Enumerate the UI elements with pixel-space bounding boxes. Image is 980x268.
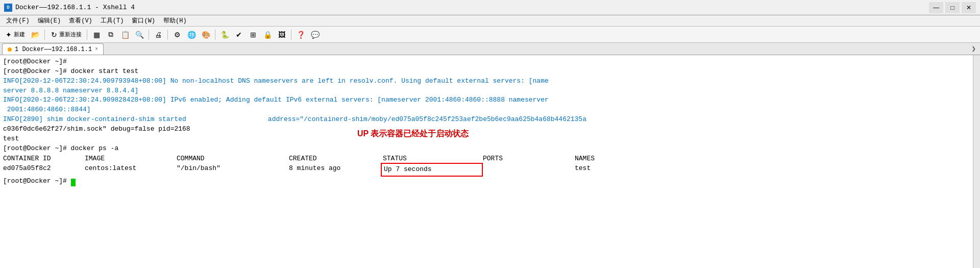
grid2-icon: ⊞ (249, 31, 257, 39)
settings-icon: ⚙ (173, 31, 181, 39)
tab-bar: 1 Docker——192.168.1.1 × ❯ (0, 43, 980, 55)
window-title: Docker——192.168.1.1 - Xshell 4 (15, 4, 135, 11)
toolbar-sep-5 (215, 30, 215, 40)
line-10: [root@Docker ~]# docker ps -a (3, 144, 977, 154)
cell-names: test (575, 164, 677, 176)
toolbar-sep-2 (87, 30, 87, 40)
line-7-container: INFO[2890] shim docker-containerd-shim s… (3, 115, 977, 125)
tab-scroll-right-icon[interactable]: ❯ (970, 44, 978, 53)
chat-icon: 💬 (311, 31, 319, 39)
print-button[interactable]: 🖨 (152, 28, 165, 41)
copy-button[interactable]: ⧉ (104, 28, 117, 41)
new-icon: ✦ (5, 31, 13, 39)
title-bar: D Docker——192.168.1.1 - Xshell 4 — □ ✕ (0, 0, 980, 15)
col-header-names: NAMES (575, 154, 677, 164)
reconnect-icon: ↻ (50, 31, 58, 39)
session-tab[interactable]: 1 Docker——192.168.1.1 × (2, 43, 104, 55)
grid-view-button[interactable]: ▦ (90, 28, 103, 41)
menu-bar: 文件(F) 编辑(E) 查看(V) 工具(T) 窗口(W) 帮助(H) (0, 15, 980, 27)
new-label: 新建 (14, 31, 25, 38)
snake-button[interactable]: 🐍 (218, 28, 231, 41)
lock-icon: 🔒 (263, 31, 272, 39)
color-button[interactable]: 🎨 (199, 28, 212, 41)
line-3: INFO[2020-12-06T22:30:24.909793948+08:00… (3, 77, 977, 86)
annotation-text: UP 表示容器已经处于启动状态 (357, 128, 469, 139)
menu-file[interactable]: 文件(F) (2, 15, 34, 26)
tab-close-button[interactable]: × (95, 46, 98, 52)
copy-icon: ⧉ (107, 31, 115, 39)
menu-tools[interactable]: 工具(T) (96, 15, 128, 26)
line-7-right: address="/containerd-shim/moby/ed075a05f… (268, 115, 586, 125)
cell-container-id: ed075a05f8c2 (3, 164, 85, 176)
close-button[interactable]: ✕ (962, 2, 976, 13)
col-header-created: CREATED (289, 154, 381, 164)
toolbar-sep-1 (44, 30, 45, 40)
line-1: [root@Docker ~]# (3, 57, 977, 67)
tab-label: 1 Docker——192.168.1.1 (15, 46, 92, 53)
color-icon: 🎨 (202, 31, 210, 39)
app-icon: D (4, 4, 12, 12)
window-controls: — □ ✕ (929, 2, 976, 13)
line-7-left: INFO[2890] shim docker-containerd-shim s… (3, 115, 186, 125)
cell-created: 8 minutes ago (289, 164, 381, 176)
line-6: 2001:4860:4860::8844] (3, 105, 977, 115)
menu-edit[interactable]: 编辑(E) (34, 15, 65, 26)
cell-status: Up 7 seconds (381, 163, 483, 177)
col-header-command: COMMAND (177, 154, 289, 164)
table-data-row: ed075a05f8c2 centos:latest "/bin/bash" 8… (3, 164, 977, 176)
toolbar-sep-3 (149, 30, 149, 40)
image-icon: 🖼 (278, 31, 286, 39)
cell-command: "/bin/bash" (177, 164, 289, 176)
grid-icon: ▦ (92, 31, 101, 39)
maximize-button[interactable]: □ (945, 2, 960, 13)
toolbar-sep-6 (291, 30, 291, 40)
cell-image: centos:latest (85, 164, 177, 176)
image-button[interactable]: 🖼 (275, 28, 288, 41)
line-8: c036f0dc6e62f27/shim.sock" debug=false p… (3, 125, 977, 134)
prompt-text: [root@Docker ~]# (3, 177, 71, 185)
reconnect-button[interactable]: ↻ 重新连接 (47, 28, 84, 41)
terminal-scrollbar[interactable] (973, 55, 980, 268)
menu-help[interactable]: 帮助(H) (159, 15, 191, 26)
title-bar-left: D Docker——192.168.1.1 - Xshell 4 (4, 4, 135, 12)
terminal-content: [root@Docker ~]# [root@Docker ~]# docker… (3, 57, 977, 186)
menu-window[interactable]: 窗口(W) (128, 15, 159, 26)
col-header-image: IMAGE (85, 154, 177, 164)
toolbar-sep-4 (167, 30, 168, 40)
col-header-container: CONTAINER ID (3, 154, 85, 164)
cell-ports (483, 164, 575, 176)
network-button[interactable]: 🌐 (185, 28, 198, 41)
help-icon: ❓ (297, 31, 305, 39)
col-header-ports: PORTS (483, 154, 575, 164)
lock-button[interactable]: 🔒 (261, 28, 274, 41)
table-header-row: CONTAINER ID IMAGE COMMAND CREATED STATU… (3, 154, 977, 164)
chat-button[interactable]: 💬 (308, 28, 322, 41)
check-icon: ✔ (235, 31, 243, 39)
settings-button[interactable]: ⚙ (170, 28, 184, 41)
paste-button[interactable]: 📋 (118, 28, 132, 41)
help-button[interactable]: ❓ (294, 28, 307, 41)
tab-status-dot (8, 47, 12, 52)
menu-view[interactable]: 查看(V) (65, 15, 96, 26)
grid-button[interactable]: ⊞ (247, 28, 260, 41)
snake-icon: 🐍 (220, 31, 229, 39)
paste-icon: 📋 (121, 31, 129, 39)
folder-icon: 📂 (31, 31, 39, 39)
new-session-button[interactable]: ✦ 新建 (2, 28, 28, 41)
line-4: server 8.8.8.8 nameserver 8.8.4.4] (3, 86, 977, 96)
line-5: INFO[2020-12-06T22:30:24.909828428+08:00… (3, 95, 977, 105)
search-icon: 🔍 (135, 31, 143, 39)
check-button[interactable]: ✔ (232, 28, 246, 41)
line-2: [root@Docker ~]# docker start test (3, 67, 977, 77)
minimize-button[interactable]: — (929, 2, 943, 13)
network-icon: 🌐 (187, 31, 195, 39)
print-icon: 🖨 (154, 31, 162, 39)
find-button[interactable]: 🔍 (133, 28, 146, 41)
open-button[interactable]: 📂 (29, 28, 42, 41)
reconnect-label: 重新连接 (59, 31, 82, 38)
last-prompt-line: [root@Docker ~]# (3, 177, 977, 186)
line-9: test (3, 134, 977, 144)
toolbar: ✦ 新建 📂 ↻ 重新连接 ▦ ⧉ 📋 🔍 🖨 ⚙ 🌐 🎨 🐍 ✔ ⊞ (0, 27, 980, 43)
terminal[interactable]: [root@Docker ~]# [root@Docker ~]# docker… (0, 55, 980, 268)
cursor-block (71, 179, 76, 186)
